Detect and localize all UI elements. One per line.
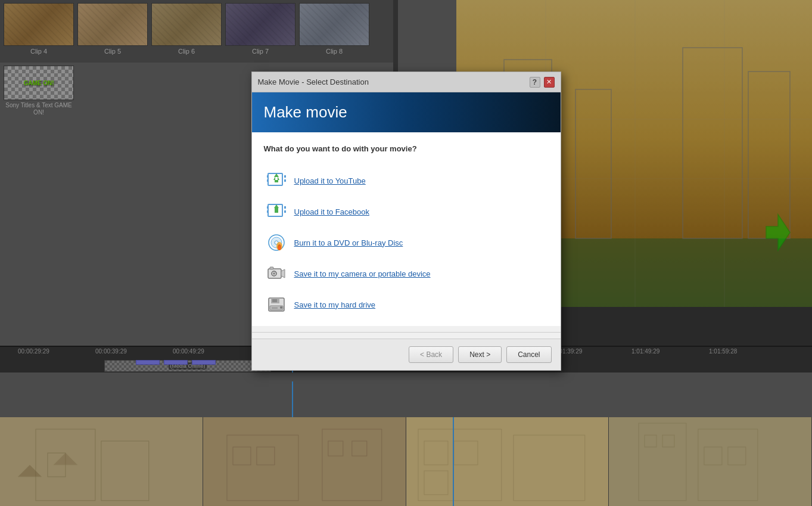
harddrive-icon	[267, 295, 286, 314]
modal-banner-title: Make movie	[264, 103, 347, 122]
camera-label: Save it to my camera or portable device	[294, 269, 431, 278]
facebook-icon	[267, 202, 286, 221]
camera-icon	[267, 264, 286, 283]
cancel-button[interactable]: Cancel	[506, 346, 551, 363]
option-camera[interactable]: Save it to my camera or portable device	[264, 258, 549, 289]
svg-rect-57	[284, 210, 286, 213]
modal-body: What do you want to do with your movie?	[252, 132, 561, 326]
option-dvd[interactable]: Burn it to a DVD or Blu-ray Disc	[264, 227, 549, 258]
modal-titlebar: Make Movie - Select Destination ? ✕	[252, 72, 561, 92]
svg-marker-67	[281, 269, 285, 278]
next-button[interactable]: Next >	[458, 346, 502, 363]
svg-rect-56	[284, 206, 286, 209]
modal-banner: Make movie	[252, 92, 561, 132]
make-movie-dialog: Make Movie - Select Destination ? ✕ Make…	[251, 72, 561, 371]
svg-rect-47	[284, 175, 286, 178]
svg-rect-52	[275, 180, 278, 182]
modal-divider	[252, 332, 561, 333]
svg-rect-70	[270, 267, 273, 269]
youtube-label: Upload it to YouTube	[294, 176, 366, 185]
svg-rect-59	[275, 207, 278, 213]
svg-rect-45	[267, 175, 269, 178]
svg-rect-48	[284, 179, 286, 182]
svg-point-75	[280, 306, 282, 309]
facebook-label: Upload it to Facebook	[294, 207, 369, 216]
option-youtube[interactable]: Upload it to YouTube	[264, 165, 549, 196]
modal-overlay: Make Movie - Select Destination ? ✕ Make…	[0, 0, 812, 506]
svg-rect-76	[272, 308, 278, 309]
back-button[interactable]: < Back	[409, 346, 453, 363]
close-button[interactable]: ✕	[544, 77, 555, 88]
svg-point-69	[273, 272, 275, 275]
modal-footer: < Back Next > Cancel	[252, 339, 561, 370]
svg-rect-73	[272, 299, 277, 302]
option-facebook[interactable]: Upload it to Facebook	[264, 196, 549, 227]
modal-question: What do you want to do with your movie?	[264, 144, 549, 153]
modal-controls: ? ✕	[530, 77, 555, 88]
svg-rect-55	[267, 210, 269, 213]
youtube-icon	[267, 171, 286, 190]
dvd-label: Burn it to a DVD or Blu-ray Disc	[294, 238, 403, 247]
help-button[interactable]: ?	[530, 77, 540, 88]
option-harddrive[interactable]: Save it to my hard drive	[264, 289, 549, 320]
svg-point-65	[278, 246, 281, 250]
svg-rect-46	[267, 179, 269, 182]
modal-title: Make Movie - Select Destination	[258, 77, 369, 86]
harddrive-label: Save it to my hard drive	[294, 300, 376, 309]
dvd-icon	[267, 233, 286, 252]
svg-rect-54	[267, 206, 269, 209]
